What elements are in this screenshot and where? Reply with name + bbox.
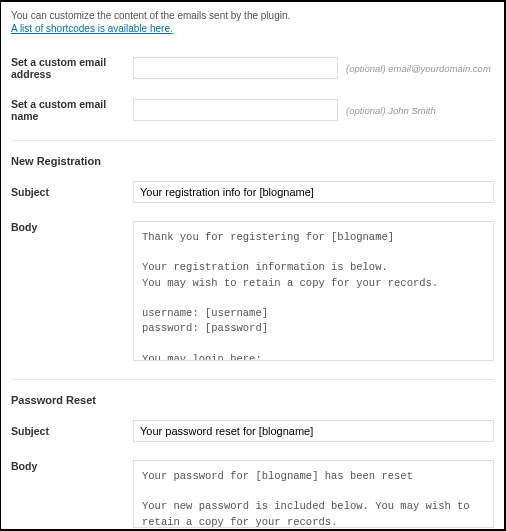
- email-name-label: Set a custom email name: [11, 98, 133, 122]
- reset-body-label: Body: [11, 460, 133, 472]
- new-registration-heading: New Registration: [11, 155, 494, 167]
- divider: [11, 140, 494, 141]
- reset-body-textarea[interactable]: [133, 460, 494, 528]
- email-address-input[interactable]: [133, 57, 338, 79]
- email-address-label: Set a custom email address: [11, 56, 133, 80]
- email-name-input[interactable]: [133, 99, 338, 121]
- divider: [11, 379, 494, 380]
- reg-body-label: Body: [11, 221, 133, 233]
- intro-text: You can customize the content of the ema…: [11, 10, 494, 21]
- reg-subject-input[interactable]: [133, 181, 494, 203]
- shortcodes-link[interactable]: A list of shortcodes is available here.: [11, 23, 173, 34]
- reg-body-textarea[interactable]: [133, 221, 494, 361]
- reset-subject-input[interactable]: [133, 420, 494, 442]
- password-reset-heading: Password Reset: [11, 394, 494, 406]
- email-address-hint: (optional) email@yourdomain.com: [346, 63, 491, 74]
- email-name-hint: (optional) John Smith: [346, 105, 436, 116]
- reg-subject-label: Subject: [11, 186, 133, 198]
- reset-subject-label: Subject: [11, 425, 133, 437]
